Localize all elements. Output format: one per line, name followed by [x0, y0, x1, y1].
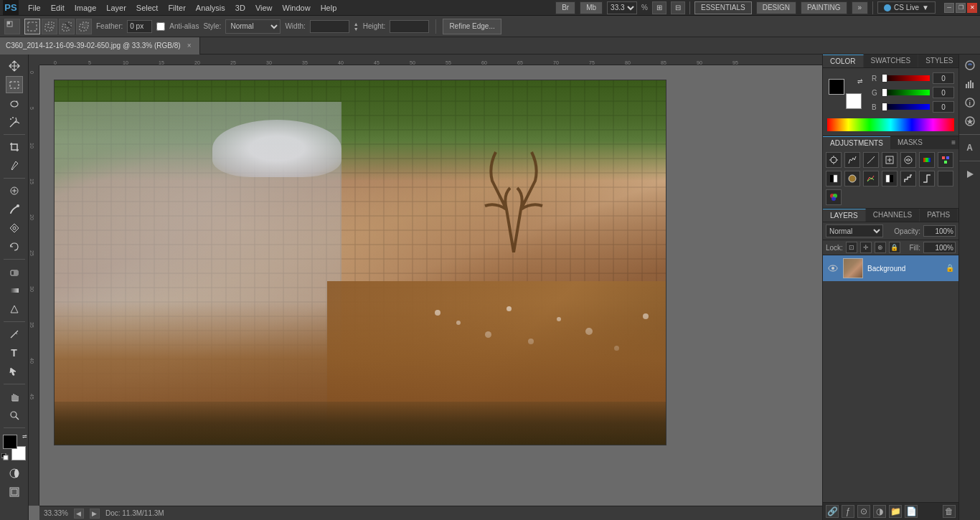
- adj-bw-icon[interactable]: [826, 171, 842, 186]
- right-icon-histogram[interactable]: [962, 76, 978, 92]
- path-selection-tool[interactable]: [6, 363, 23, 380]
- layer-background[interactable]: Background 🔒: [823, 255, 958, 281]
- status-arrow-left[interactable]: ◀: [74, 509, 84, 519]
- g-thumb[interactable]: [882, 88, 887, 97]
- width-input[interactable]: [310, 20, 349, 33]
- close-button[interactable]: ✕: [967, 3, 977, 13]
- design-workspace[interactable]: DESIGN: [756, 1, 796, 14]
- quick-mask-tool[interactable]: [6, 465, 23, 482]
- adj-curves-icon[interactable]: [863, 152, 879, 168]
- tab-layers[interactable]: LAYERS: [823, 209, 866, 222]
- swap-colors-icon[interactable]: ⇌: [22, 433, 27, 440]
- cs-live-button[interactable]: CS Live ▼: [877, 1, 936, 14]
- clone-stamp-tool[interactable]: [6, 219, 23, 237]
- lock-transparent-btn[interactable]: ⊡: [846, 242, 857, 253]
- adj-brightness-icon[interactable]: [826, 152, 842, 168]
- right-icon-info[interactable]: i: [962, 95, 978, 110]
- feather-input[interactable]: [127, 20, 152, 33]
- fill-input[interactable]: [923, 242, 956, 253]
- zoom-select[interactable]: 33.3: [607, 1, 637, 14]
- g-value-input[interactable]: [933, 87, 954, 98]
- screen-mode-tool[interactable]: [6, 483, 23, 501]
- swap-colors-btn[interactable]: ⇌: [857, 77, 863, 85]
- history-brush-tool[interactable]: [6, 238, 23, 255]
- menu-filter[interactable]: Filter: [163, 2, 190, 14]
- anti-alias-checkbox[interactable]: [156, 22, 165, 31]
- layer-visibility-toggle[interactable]: [827, 263, 839, 274]
- menu-layer[interactable]: Layer: [101, 2, 131, 14]
- new-selection-btn[interactable]: [24, 19, 40, 34]
- close-tab-button[interactable]: ×: [185, 42, 194, 50]
- healing-brush-tool[interactable]: [6, 182, 23, 199]
- menu-edit[interactable]: Edit: [46, 2, 70, 14]
- menu-select[interactable]: Select: [131, 2, 164, 14]
- r-value-input[interactable]: [933, 72, 954, 84]
- tab-channels[interactable]: CHANNELS: [866, 209, 920, 222]
- adj-vibrance-icon[interactable]: [900, 152, 916, 168]
- b-slider[interactable]: [882, 104, 930, 110]
- tab-styles[interactable]: STYLES: [918, 55, 958, 67]
- menu-file[interactable]: File: [23, 2, 46, 14]
- pen-tool[interactable]: [6, 326, 23, 343]
- add-selection-btn[interactable]: [42, 19, 57, 34]
- adj-gradient-map-icon[interactable]: [938, 171, 953, 186]
- link-layers-btn[interactable]: 🔗: [826, 505, 839, 518]
- tab-adjustments[interactable]: ADJUSTMENTS: [823, 136, 890, 149]
- brush-tool[interactable]: [6, 201, 23, 218]
- delete-layer-btn[interactable]: 🗑: [943, 505, 956, 518]
- intersect-selection-btn[interactable]: [76, 19, 92, 34]
- right-icon-adjustments[interactable]: [962, 113, 978, 129]
- hand-tool[interactable]: [6, 388, 23, 405]
- swap-wh-button[interactable]: ▲ ▼: [354, 22, 359, 32]
- gradient-tool[interactable]: [6, 282, 23, 299]
- new-adj-layer-btn[interactable]: ◑: [873, 505, 886, 518]
- bg-color-swatch[interactable]: [846, 93, 862, 109]
- magic-wand-tool[interactable]: [6, 113, 23, 131]
- adj-photo-filter-icon[interactable]: [844, 171, 860, 186]
- marquee-tool[interactable]: [6, 76, 23, 93]
- subtract-selection-btn[interactable]: [59, 19, 75, 34]
- adj-posterize-icon[interactable]: [900, 171, 916, 186]
- menu-image[interactable]: Image: [70, 2, 102, 14]
- tab-masks[interactable]: MASKS: [890, 136, 930, 149]
- fg-bg-color-container[interactable]: ⇌: [827, 77, 863, 110]
- adj-invert-icon[interactable]: [882, 171, 897, 186]
- new-layer-btn[interactable]: 📄: [905, 505, 918, 518]
- minimize-button[interactable]: ─: [944, 3, 954, 13]
- menu-help[interactable]: Help: [316, 2, 342, 14]
- restore-button[interactable]: ❐: [956, 3, 966, 13]
- fg-color-tool[interactable]: [3, 435, 17, 449]
- blend-mode-select[interactable]: Normal Multiply Screen Overlay: [826, 224, 883, 237]
- adj-hue-icon[interactable]: [919, 152, 935, 168]
- move-tool[interactable]: [6, 57, 23, 75]
- adj-levels-icon[interactable]: [844, 152, 860, 168]
- lock-image-btn[interactable]: ✛: [860, 242, 872, 253]
- tab-paths[interactable]: PATHS: [920, 209, 958, 222]
- arrange-button[interactable]: ⊞: [652, 1, 666, 14]
- menu-view[interactable]: View: [250, 2, 278, 14]
- lock-all-btn[interactable]: 🔒: [889, 242, 900, 253]
- type-tool[interactable]: T: [6, 344, 23, 361]
- blur-tool[interactable]: [6, 301, 23, 318]
- r-slider[interactable]: [882, 75, 930, 81]
- adj-channel-mixer-icon[interactable]: [863, 171, 879, 186]
- mini-bridge-button[interactable]: Mb: [580, 1, 603, 14]
- color-spectrum[interactable]: [827, 118, 954, 131]
- opacity-input[interactable]: [923, 225, 956, 237]
- document-tab[interactable]: C360_2014-12-16-09-39-02-650.jpg @ 33.3%…: [0, 37, 200, 55]
- new-group-btn[interactable]: 📁: [889, 505, 902, 518]
- b-thumb[interactable]: [882, 103, 887, 111]
- layer-style-btn[interactable]: ƒ: [842, 505, 854, 518]
- refine-edge-button[interactable]: Refine Edge...: [443, 19, 501, 34]
- fg-color-swatch[interactable]: [829, 79, 844, 95]
- zoom-tool[interactable]: [6, 407, 23, 424]
- g-slider[interactable]: [882, 90, 930, 95]
- height-input[interactable]: [390, 20, 429, 33]
- lasso-tool[interactable]: [6, 95, 23, 112]
- crop-tool[interactable]: [6, 138, 23, 156]
- r-thumb[interactable]: [882, 74, 887, 82]
- eyedropper-tool[interactable]: [6, 157, 23, 174]
- default-colors-icon[interactable]: [1, 453, 9, 462]
- adj-color-balance-icon[interactable]: [938, 152, 953, 168]
- right-icon-type[interactable]: A: [962, 140, 978, 156]
